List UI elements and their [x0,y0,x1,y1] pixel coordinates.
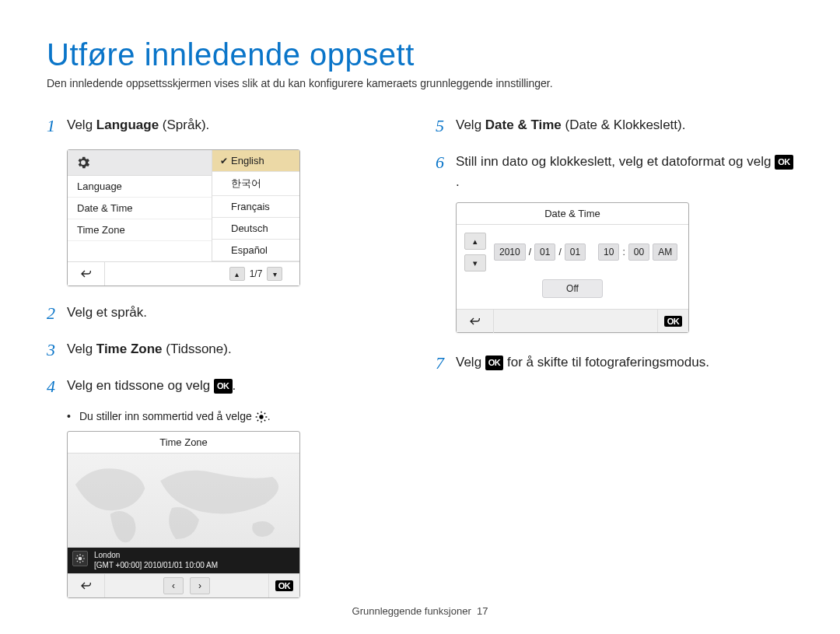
step-7: 7 Velg OK for å skifte til fotografering… [436,350,793,376]
ok-button[interactable]: OK [657,310,688,332]
ok-icon: OK [485,356,504,370]
ampm-field[interactable]: AM [653,243,677,261]
intro-text: Den innledende oppsettsskjermen vises sl… [47,77,793,89]
language-option-english[interactable]: ✔English [212,150,299,172]
svg-line-7 [257,420,257,421]
language-panel: Language Date & Time Time Zone ✔English … [67,149,300,286]
bold-term: Language [96,117,159,132]
back-button[interactable] [68,574,105,597]
day-field[interactable]: 01 [565,243,586,261]
separator: / [529,247,531,257]
sun-icon [255,411,268,423]
separator: / [558,247,561,257]
page-title: Utføre innledende oppsett [47,37,793,72]
tz-city: London [94,551,218,561]
step-text: Velg Language (Språk). [67,113,404,138]
bullet-icon: • [67,410,73,423]
svg-line-14 [77,555,78,556]
year-field[interactable]: 2010 [494,243,526,261]
text: Velg [67,342,96,356]
date-format-selector[interactable]: Off [542,279,603,298]
menu-item-date-time[interactable]: Date & Time [68,198,212,219]
back-button[interactable] [457,310,494,333]
right-column: 5 Velg Date & Time (Date & Klokkeslett).… [436,113,793,598]
timezone-panel: Time Zone London [67,431,300,598]
label: Deutsch [231,222,268,234]
month-field[interactable]: 01 [534,243,555,261]
step-2: 2 Velg et språk. [47,300,404,326]
world-map[interactable] [68,454,299,547]
step-number: 1 [47,113,61,138]
datetime-fields: 2010 / 01 / 01 10 : 00 AM [494,243,677,261]
text: for å skifte til fotograferingsmodus. [503,355,709,370]
left-column: 1 Velg Language (Språk). Language Date &… [47,113,404,598]
language-option-francais[interactable]: ✔Français [212,196,299,218]
prev-button[interactable]: ‹ [163,577,184,594]
step-number: 3 [47,337,61,363]
step-text: Velg Time Zone (Tidssone). [67,337,404,363]
step-number: 6 [436,149,450,191]
separator: : [622,247,625,257]
footer-page-number: 17 [477,605,488,617]
page-up-button[interactable]: ▴ [229,267,245,281]
text: (Date & Klokkeslett). [562,117,686,132]
ok-icon: OK [775,155,793,170]
text: Du stiller inn sommertid ved å velge [79,410,255,422]
step-text: Still inn dato og klokkeslett, velg et d… [456,149,793,191]
step-number: 4 [47,373,61,399]
minute-field[interactable]: 00 [628,243,649,261]
next-button[interactable]: › [190,577,210,594]
footer-section: Grunnleggende funksjoner [352,605,471,617]
svg-point-0 [259,415,263,419]
text: Velg [456,117,485,132]
label: Español [231,244,268,256]
text: Velg [456,355,485,370]
step-text: Velg Date & Time (Date & Klokkeslett). [456,113,793,138]
step-number: 5 [436,113,450,138]
svg-line-17 [82,555,83,556]
svg-line-15 [82,561,83,562]
panel-title: Date & Time [457,203,688,225]
tz-gmt-line: [GMT +00:00] 2010/01/01 10:00 AM [94,561,218,571]
language-option-deutsch[interactable]: ✔Deutsch [212,218,299,240]
page-indicator: 1/7 [250,268,263,279]
text: Velg en tidssone og velg [67,378,214,393]
check-icon: ✔ [220,156,228,166]
step-text: Velg et språk. [67,300,404,326]
label: 한국어 [231,177,261,191]
step-text: Velg en tidssone og velg OK. [67,373,404,399]
ok-label: OK [275,580,294,591]
ok-icon: OK [214,379,233,394]
svg-line-6 [264,420,264,421]
step-4-sub: • Du stiller inn sommertid ved å velge . [67,410,404,423]
page-down-button[interactable]: ▾ [267,267,282,281]
text: (Språk). [159,117,209,132]
svg-line-5 [257,413,257,414]
ok-button[interactable]: OK [268,574,299,597]
substep-text: Du stiller inn sommertid ved å velge . [79,410,271,423]
language-option-espanol[interactable]: ✔Español [212,240,299,261]
svg-line-8 [264,413,264,414]
step-text: Velg OK for å skifte til fotograferingsm… [456,350,793,376]
gear-icon[interactable] [68,150,212,176]
text: Still inn dato og klokkeslett, velg et d… [456,154,775,169]
step-4: 4 Velg en tidssone og velg OK. [47,373,404,399]
page-footer: Grunnleggende funksjoner 17 [0,605,840,617]
pagination: ▴ 1/7 ▾ [212,262,299,285]
menu-item-language[interactable]: Language [68,176,212,198]
text: (Tidssone). [163,342,232,356]
step-number: 7 [436,350,450,376]
increment-button[interactable]: ▴ [464,233,486,250]
language-option-korean[interactable]: ✔한국어 [212,172,299,196]
panel-title: Time Zone [68,432,299,454]
step-6: 6 Still inn dato og klokkeslett, velg et… [436,149,793,191]
decrement-button[interactable]: ▾ [464,254,486,271]
back-button[interactable] [68,262,105,285]
menu-item-time-zone[interactable]: Time Zone [68,219,212,241]
label: English [231,155,264,166]
hour-field[interactable]: 10 [598,243,619,261]
datetime-panel: Date & Time ▴ ▾ 2010 / 01 / 01 [456,202,689,333]
bold-term: Date & Time [485,117,562,132]
dst-toggle[interactable] [72,551,88,566]
svg-line-16 [77,561,78,562]
